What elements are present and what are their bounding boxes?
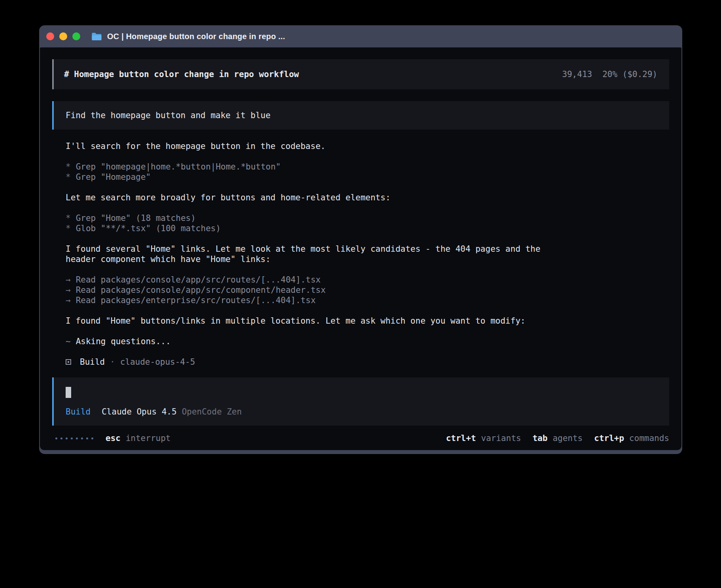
session-stats: 39,413 20% ($0.29) [562,69,657,79]
context-usage: 20% ($0.29) [602,69,657,79]
tool-call-text: Read packages/console/app/src/component/… [76,285,326,295]
arrow-right-icon: → [66,275,71,285]
session-title: # Homepage button color change in repo w… [64,69,299,79]
assistant-transcript: I'll search for the homepage button in t… [52,141,669,377]
asterisk-icon: * [66,172,71,182]
tool-call-text: Glob "**/*.tsx" (100 matches) [76,224,221,233]
folder-icon [91,32,102,41]
assistant-text: I found several "Home" links. Let me loo… [66,244,669,264]
minimize-button[interactable] [59,32,67,40]
agent-mode-label[interactable]: Build [66,407,91,417]
assistant-text: I'll search for the homepage button in t… [66,141,669,151]
agent-status-line: Build · claude-opus-4-5 [66,357,669,367]
model-name[interactable]: Claude Opus 4.5 [102,407,177,417]
shortcut-commands: ctrl+p commands [594,433,669,443]
shortcut-label: variants [481,433,521,443]
arrow-right-icon: → [66,296,71,305]
tool-call-group: *Grep "homepage|home.*button|Home.*butto… [66,162,669,182]
user-message: Find the homepage button and make it blu… [52,101,669,130]
shortcut-key: ctrl+t [446,433,476,443]
status-bar-left: esc interrupt [55,433,171,443]
agent-name: Build [80,357,105,367]
shortcut-agents: tab agents [532,433,583,443]
session-header: # Homepage button color change in repo w… [52,59,669,89]
spinner-dots [55,437,93,439]
arrow-right-icon: → [66,285,71,295]
tool-call-text: Grep "Home" (18 matches) [76,213,196,223]
tool-call-group: →Read packages/console/app/src/routes/[.… [66,275,669,305]
desktop-background: OC | Homepage button color change in rep… [0,0,721,588]
shortcut-interrupt: esc interrupt [106,433,171,443]
prompt-input[interactable]: Build Claude Opus 4.5 OpenCode Zen [52,377,669,426]
shortcut-label: interrupt [126,433,171,443]
agent-model: claude-opus-4-5 [120,357,195,367]
provider-name: OpenCode Zen [182,407,242,417]
token-count: 39,413 [562,69,592,79]
window-titlebar[interactable]: OC | Homepage button color change in rep… [40,25,681,47]
tool-call-text: Read packages/enterprise/src/routes/[...… [76,296,316,305]
tilde-spinner-icon: ~ [66,337,71,346]
assistant-text-line: header component which have "Home" links… [66,254,669,264]
zoom-button[interactable] [72,32,80,40]
assistant-text-line: I found several "Home" links. Let me loo… [66,244,669,254]
terminal-content: # Homepage button color change in repo w… [40,47,681,450]
tool-call: →Read packages/enterprise/src/routes/[..… [66,295,669,305]
shortcut-key: esc [106,433,121,443]
input-meta-row: Build Claude Opus 4.5 OpenCode Zen [66,407,657,417]
window-title: OC | Homepage button color change in rep… [107,32,285,41]
working-status-text: Asking questions... [76,337,171,346]
text-cursor [66,387,71,398]
tool-call: *Grep "homepage|home.*button|Home.*butto… [66,162,669,172]
tool-call-text: Grep "Homepage" [76,172,151,182]
square-dot-icon [66,359,71,365]
tool-call: *Glob "**/*.tsx" (100 matches) [66,223,669,234]
asterisk-icon: * [66,213,71,223]
shortcut-label: agents [553,433,583,443]
user-message-text: Find the homepage button and make it blu… [66,110,270,121]
asterisk-icon: * [66,224,71,233]
shortcut-key: tab [532,433,547,443]
status-bar-right: ctrl+t variants tab agents ctrl+p comman… [446,433,669,443]
shortcut-key: ctrl+p [594,433,624,443]
assistant-text: Let me search more broadly for buttons a… [66,192,669,203]
tool-call-group: *Grep "Home" (18 matches) *Glob "**/*.ts… [66,213,669,234]
shortcut-label: commands [629,433,669,443]
tool-call: *Grep "Homepage" [66,172,669,182]
tool-call-text: Read packages/console/app/src/routes/[..… [76,275,321,285]
tool-call: →Read packages/console/app/src/routes/[.… [66,275,669,285]
working-status: ~Asking questions... [66,336,669,347]
shortcut-variants: ctrl+t variants [446,433,521,443]
terminal-window: OC | Homepage button color change in rep… [39,25,682,454]
separator-dot: · [110,357,115,367]
asterisk-icon: * [66,162,71,172]
status-bar: esc interrupt ctrl+t variants tab agents… [52,433,669,443]
tool-call: *Grep "Home" (18 matches) [66,213,669,223]
tool-call: →Read packages/console/app/src/component… [66,285,669,295]
tool-call-text: Grep "homepage|home.*button|Home.*button… [76,162,281,172]
assistant-text: I found "Home" buttons/links in multiple… [66,316,669,326]
close-button[interactable] [46,32,54,40]
